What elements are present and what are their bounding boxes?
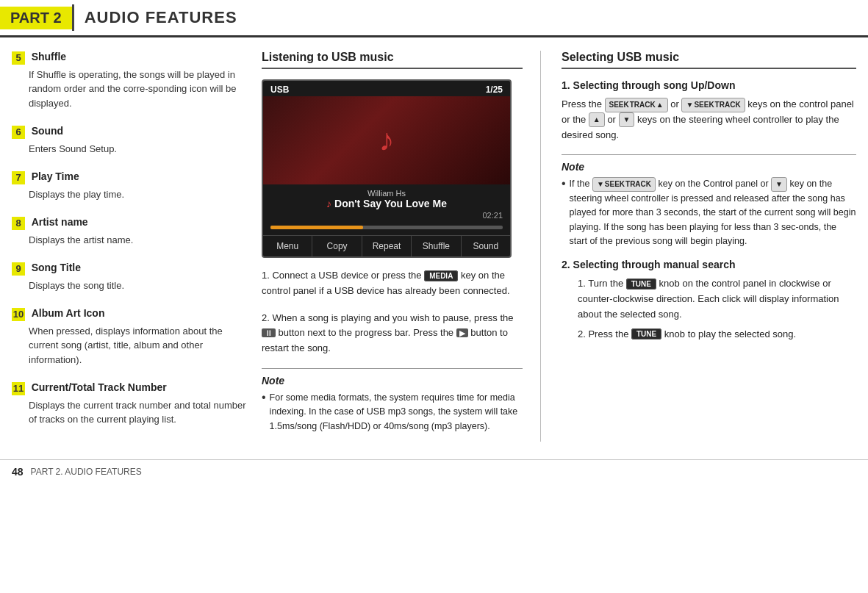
down-key-note: ▼	[771, 177, 787, 192]
usb-shuffle-button[interactable]: Shuffle	[412, 236, 461, 256]
right-column: Selecting USB music 1. Selecting through…	[541, 51, 856, 442]
usb-sound-button[interactable]: Sound	[462, 236, 510, 256]
section-desc-playtime: Displays the play time.	[29, 187, 247, 202]
note-bullet: •	[262, 392, 266, 403]
seek-down-key-note: ▼ SEEK TRACK	[592, 177, 656, 192]
up-arrow-key: ▲	[589, 112, 605, 127]
section-num-8: 8	[12, 217, 25, 230]
seek-down-key: ▼ SEEK TRACK	[681, 98, 745, 112]
usb-artist: William Hs	[270, 189, 503, 198]
listening-section-title: Listening to USB music	[262, 51, 523, 69]
selecting-note-title: Note	[562, 161, 856, 173]
section-desc-shuffle: If Shuffle is operating, the songs will …	[29, 68, 247, 111]
selecting-section-title: Selecting USB music	[562, 51, 856, 69]
section-title-playtime: Play Time	[32, 170, 79, 182]
page-footer: 48 PART 2. AUDIO FEATURES	[0, 459, 868, 484]
section-item-albumart: 10 Album Art Icon When pressed, displays…	[12, 307, 247, 367]
usb-text: USB	[270, 85, 289, 95]
section-title-sound: Sound	[32, 125, 64, 137]
section-num-10: 10	[12, 308, 25, 321]
section-num-6: 6	[12, 126, 25, 139]
middle-column: Listening to USB music USB 1/25 ♪ Willia…	[262, 51, 541, 442]
usb-player[interactable]: USB 1/25 ♪ William Hs ♪ Don't Say You Lo…	[262, 79, 512, 258]
listening-note-title: Note	[262, 375, 523, 387]
left-column: 5 Shuffle If Shuffle is operating, the s…	[12, 51, 262, 442]
page-title: AUDIO FEATURES	[85, 8, 237, 27]
section-item-tracknumber: 11 Current/Total Track Number Displays t…	[12, 381, 247, 427]
footer-text: PART 2. AUDIO FEATURES	[31, 467, 142, 477]
selecting-manual-step-2: 2. Press the TUNE knob to play the selec…	[578, 327, 856, 342]
section-title-songtitle: Song Title	[32, 262, 81, 273]
section-title-tracknumber: Current/Total Track Number	[32, 381, 167, 393]
pause-button-icon: ⏸	[262, 328, 276, 337]
section-desc-artist: Displays the artist name.	[29, 233, 247, 248]
header-divider	[72, 4, 74, 31]
usb-track-number: 1/25	[486, 85, 503, 95]
section-num-11: 11	[12, 382, 25, 395]
part-label: PART 2	[0, 7, 72, 29]
step-1-num: 1.	[262, 270, 272, 281]
listening-step-1: 1. Connect a USB device or press the MED…	[262, 268, 523, 299]
usb-progress-bar	[270, 226, 503, 229]
section-item-shuffle: 5 Shuffle If Shuffle is operating, the s…	[12, 51, 247, 110]
section-item-artist: 8 Artist name Displays the artist name.	[12, 216, 247, 247]
selecting-manual-step-1: 1. Turn the TUNE knob on the control pan…	[578, 276, 856, 322]
step-2-num: 2.	[262, 312, 272, 323]
section-desc-tracknumber: Displays the current track number and to…	[29, 398, 247, 427]
section-desc-songtitle: Displays the song title.	[29, 278, 247, 293]
usb-copy-button[interactable]: Copy	[312, 236, 362, 256]
play-button-icon: ▶	[456, 328, 468, 337]
selecting-step-1: Press the SEEK TRACK ▲ or ▼ SEEK TRACK k…	[562, 97, 856, 143]
section-item-sound: 6 Sound Enters Sound Setup.	[12, 125, 247, 156]
seek-up-key: SEEK TRACK ▲	[605, 98, 668, 112]
section-num-7: 7	[12, 171, 25, 184]
down-arrow-key: ▼	[619, 112, 635, 127]
selecting-note-item-1: • If the ▼ SEEK TRACK key on the Control…	[562, 177, 856, 248]
selecting-subsection-2-title: 2. Selecting through manual search	[562, 259, 856, 270]
section-num-5: 5	[12, 51, 25, 65]
media-key: MEDIA	[424, 270, 458, 281]
section-title-shuffle: Shuffle	[32, 51, 66, 62]
section-num-9: 9	[12, 262, 25, 276]
usb-song-info: William Hs ♪ Don't Say You Love Me 02:21	[263, 184, 510, 223]
usb-song-title: ♪ Don't Say You Love Me	[270, 198, 503, 209]
music-note-small-icon: ♪	[326, 198, 331, 209]
section-desc-albumart: When pressed, displays information about…	[29, 324, 247, 367]
tune-key-1: TUNE	[626, 278, 656, 290]
usb-time: 02:21	[270, 211, 503, 220]
selecting-note-box: Note • If the ▼ SEEK TRACK key on the Co…	[562, 154, 856, 248]
selecting-note-bullet: •	[562, 178, 566, 190]
section-item-songtitle: 9 Song Title Displays the song title.	[12, 262, 247, 292]
section-item-playtime: 7 Play Time Displays the play time.	[12, 170, 247, 201]
section-title-albumart: Album Art Icon	[32, 307, 105, 319]
music-note-icon: ♪	[379, 123, 395, 158]
main-content: 5 Shuffle If Shuffle is operating, the s…	[0, 51, 868, 442]
usb-menu-button[interactable]: Menu	[263, 236, 312, 256]
section-desc-sound: Enters Sound Setup.	[29, 142, 247, 157]
listening-note-item-1: • For some media formats, the system req…	[262, 391, 523, 434]
section-title-artist: Artist name	[32, 216, 88, 228]
usb-repeat-button[interactable]: Repeat	[362, 236, 412, 256]
page-header: PART 2 AUDIO FEATURES	[0, 0, 868, 37]
page-number: 48	[12, 466, 24, 478]
usb-controls: Menu Copy Repeat Shuffle Sound	[263, 235, 510, 256]
usb-album-art[interactable]: ♪	[263, 96, 510, 184]
usb-label: USB 1/25	[263, 81, 510, 96]
selecting-subsection-1-title: 1. Selecting through song Up/Down	[562, 79, 856, 91]
listening-note-box: Note • For some media formats, the syste…	[262, 368, 523, 434]
usb-progress-fill	[270, 226, 363, 229]
tune-key-2: TUNE	[631, 328, 661, 339]
listening-step-2: 2. When a song is playing and you wish t…	[262, 311, 523, 356]
